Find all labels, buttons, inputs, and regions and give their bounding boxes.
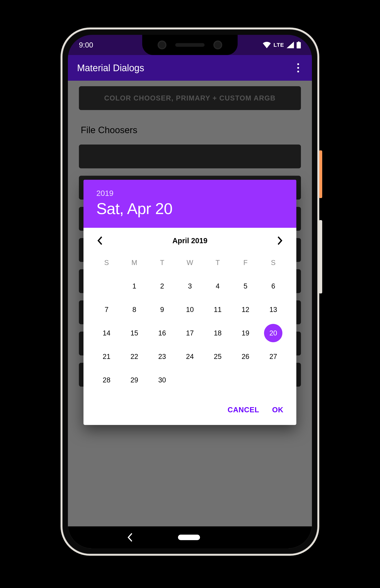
date-picker-dialog: 2019 Sat, Apr 20 April 2019 SMTWTFS12345… bbox=[83, 180, 296, 425]
navigation-bar bbox=[68, 526, 312, 548]
calendar-day[interactable]: 24 bbox=[176, 349, 204, 364]
status-icons: LTE bbox=[263, 41, 301, 48]
phone-frame: 9:00 LTE Material Dialogs COLOR CH bbox=[60, 28, 319, 556]
cancel-button[interactable]: CANCEL bbox=[228, 406, 259, 414]
calendar-day[interactable]: 26 bbox=[231, 349, 259, 364]
calendar-day[interactable]: 8 bbox=[120, 302, 148, 317]
day-of-week-header: F bbox=[231, 255, 259, 270]
front-camera-left bbox=[158, 40, 166, 49]
network-type-label: LTE bbox=[274, 42, 284, 48]
calendar-day[interactable]: 22 bbox=[120, 349, 148, 364]
battery-icon bbox=[297, 41, 301, 48]
date-picker-header: 2019 Sat, Apr 20 bbox=[83, 180, 296, 228]
calendar-day[interactable]: 2 bbox=[148, 279, 176, 294]
calendar-day[interactable]: 18 bbox=[204, 326, 231, 340]
calendar-day[interactable]: 25 bbox=[204, 349, 231, 364]
screen: 9:00 LTE Material Dialogs COLOR CH bbox=[68, 35, 312, 548]
calendar-grid: SMTWTFS123456789101112131415161718192021… bbox=[83, 252, 296, 395]
day-of-week-header: T bbox=[204, 255, 231, 270]
status-bar: 9:00 LTE bbox=[68, 35, 312, 55]
calendar-day[interactable]: 13 bbox=[259, 302, 287, 317]
calendar-day[interactable]: 10 bbox=[176, 302, 204, 317]
calendar-day[interactable]: 27 bbox=[259, 349, 287, 364]
calendar-day[interactable]: 1 bbox=[120, 279, 148, 294]
calendar-day[interactable]: 21 bbox=[93, 349, 120, 364]
calendar-day[interactable]: 4 bbox=[204, 279, 231, 294]
overflow-menu-icon[interactable] bbox=[294, 60, 303, 76]
calendar-day[interactable]: 23 bbox=[148, 349, 176, 364]
calendar-day[interactable]: 20 bbox=[259, 326, 287, 340]
calendar-day[interactable]: 7 bbox=[93, 302, 120, 317]
current-month-label: April 2019 bbox=[172, 237, 207, 245]
app-title: Material Dialogs bbox=[77, 63, 144, 73]
day-of-week-header: S bbox=[259, 255, 287, 270]
status-clock: 9:00 bbox=[79, 41, 93, 49]
nav-home-pill[interactable] bbox=[178, 535, 200, 540]
calendar-day[interactable]: 12 bbox=[231, 302, 259, 317]
power-button-accent[interactable] bbox=[319, 150, 322, 198]
calendar-day[interactable]: 14 bbox=[93, 326, 120, 340]
ok-button[interactable]: OK bbox=[272, 406, 284, 414]
next-month-button[interactable] bbox=[274, 235, 285, 246]
calendar-day[interactable]: 19 bbox=[231, 326, 259, 340]
selected-year[interactable]: 2019 bbox=[96, 189, 284, 198]
calendar-day[interactable]: 17 bbox=[176, 326, 204, 340]
calendar-day[interactable]: 11 bbox=[204, 302, 231, 317]
calendar-day[interactable]: 9 bbox=[148, 302, 176, 317]
front-camera-right bbox=[213, 40, 222, 49]
earpiece-speaker bbox=[175, 43, 205, 47]
calendar-day[interactable]: 29 bbox=[120, 373, 148, 387]
month-navigation: April 2019 bbox=[83, 228, 296, 252]
chevron-left-icon bbox=[127, 533, 133, 542]
chevron-right-icon bbox=[277, 237, 283, 245]
app-bar: Material Dialogs bbox=[68, 55, 312, 81]
day-of-week-header: M bbox=[120, 255, 148, 270]
chevron-left-icon bbox=[97, 237, 103, 245]
day-of-week-header: S bbox=[93, 255, 120, 270]
cellular-signal-icon bbox=[287, 42, 294, 48]
calendar-day[interactable]: 16 bbox=[148, 326, 176, 340]
calendar-day[interactable]: 5 bbox=[231, 279, 259, 294]
display-notch bbox=[142, 35, 238, 55]
calendar-day[interactable]: 30 bbox=[148, 373, 176, 387]
wifi-icon bbox=[263, 42, 271, 48]
app-content: COLOR CHOOSER, PRIMARY + CUSTOM ARGB Fil… bbox=[68, 81, 312, 548]
calendar-day[interactable]: 6 bbox=[259, 279, 287, 294]
calendar-day[interactable]: 28 bbox=[93, 373, 120, 387]
day-of-week-header: W bbox=[176, 255, 204, 270]
volume-button[interactable] bbox=[319, 220, 322, 294]
calendar-blank bbox=[93, 279, 120, 294]
calendar-day[interactable]: 15 bbox=[120, 326, 148, 340]
selected-date-label[interactable]: Sat, Apr 20 bbox=[96, 200, 284, 218]
day-of-week-header: T bbox=[148, 255, 176, 270]
dialog-actions: CANCEL OK bbox=[83, 395, 296, 425]
nav-back-button[interactable] bbox=[127, 533, 133, 542]
calendar-day[interactable]: 3 bbox=[176, 279, 204, 294]
prev-month-button[interactable] bbox=[95, 235, 106, 246]
